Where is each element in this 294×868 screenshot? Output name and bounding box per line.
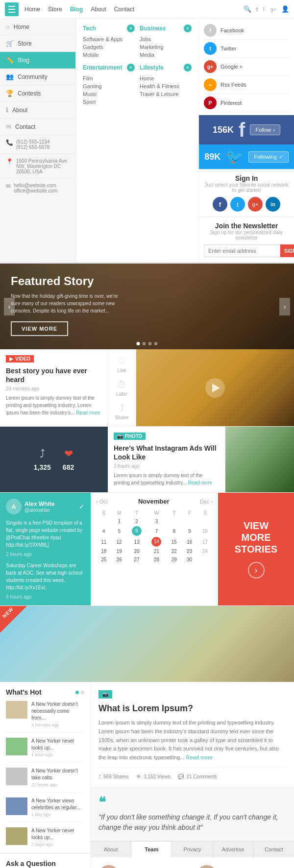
facebook-follow-box: 156K f Follow › <box>199 115 294 145</box>
slider-right-arrow[interactable]: › <box>279 298 290 315</box>
sidebar-item-contests[interactable]: 🏆 Contests <box>0 85 75 102</box>
signin-linkedin-button[interactable]: in <box>266 197 280 212</box>
calendar-header: ‹ Oct November Dec › <box>96 498 213 505</box>
search-icon[interactable]: 🔍 <box>244 5 251 13</box>
story-row-1: ▶ VIDEO Best story you have ever heard 2… <box>0 349 294 427</box>
view-more-stories-box[interactable]: VIEW MORE STORIES › <box>218 493 294 605</box>
dot-inactive[interactable] <box>81 691 84 694</box>
tab-advertise[interactable]: Advertise <box>213 842 254 857</box>
tech-expand-icon[interactable]: + <box>127 24 135 32</box>
sidebar-item-about[interactable]: ℹ About <box>0 102 75 119</box>
business-expand-icon[interactable]: + <box>184 24 192 32</box>
lorem-views: 👁 3,152 Views <box>136 774 170 779</box>
view-more-arrow-circle: › <box>248 562 265 579</box>
quote-section: ❝ "If you don't like something change it… <box>91 788 294 841</box>
sidebar-item-store[interactable]: 🛒 Store <box>0 35 75 52</box>
dropdown-item-health[interactable]: Health & Fitness <box>140 82 192 90</box>
rss-icon: ⌁ <box>204 78 217 91</box>
sidebar-item-blog[interactable]: ✏️ Blog <box>0 52 75 69</box>
calendar-day-6[interactable]: 6 <box>127 526 147 536</box>
lifestyle-expand-icon[interactable]: + <box>184 64 192 72</box>
slider-dot-1[interactable] <box>137 342 140 345</box>
story-time: 24 minutes ago <box>6 386 101 391</box>
nav-home[interactable]: Home <box>24 6 40 13</box>
dropdown-item-gaming[interactable]: Gaming <box>83 82 135 90</box>
sidebar-item-community[interactable]: 👥 Community <box>0 69 75 85</box>
signin-twitter-button[interactable]: t <box>230 197 245 212</box>
dot-active[interactable] <box>75 691 79 694</box>
nav-store[interactable]: Store <box>48 6 62 13</box>
entertainment-expand-icon[interactable]: + <box>127 64 135 72</box>
calendar-prev-button[interactable]: ‹ Oct <box>96 499 108 505</box>
calendar-month: November <box>138 498 170 505</box>
newsletter-signup-button[interactable]: SIGN UP <box>280 244 294 257</box>
googleplus-nav-icon[interactable]: g+ <box>270 6 276 12</box>
article-read-more[interactable]: Read more <box>188 480 212 485</box>
signin-googleplus-button[interactable]: g+ <box>248 197 263 212</box>
share-action[interactable]: ⤴ Share <box>115 403 128 420</box>
calendar: ‹ Oct November Dec › S M T W T F S 1 <box>91 493 218 605</box>
lorem-read-more[interactable]: Read more <box>186 754 213 760</box>
signin-facebook-button[interactable]: f <box>213 197 227 212</box>
tweet-time-1: 2 hours ago <box>6 552 85 557</box>
calendar-grid: S M T W T F S 1 2 3 <box>96 509 213 564</box>
nav-contact[interactable]: Contact <box>114 6 134 13</box>
facebook-follow-button[interactable]: Follow › <box>250 124 280 135</box>
like-action[interactable]: ♡ Like <box>117 355 126 373</box>
dropdown-item-film[interactable]: Film <box>83 74 135 82</box>
share-icon: ⤴ <box>120 403 124 414</box>
tab-team[interactable]: Team <box>131 842 172 857</box>
story-video-tag: ▶ VIDEO <box>6 355 34 362</box>
verified-icon: ✓ <box>79 503 85 510</box>
team-section: A Anne Hathaway Co-Founder Lorem ipsum i… <box>91 857 294 868</box>
slider-dot-2[interactable] <box>143 342 146 345</box>
calendar-next-button[interactable]: Dec › <box>200 499 213 505</box>
tweet-time-2: 6 hours ago <box>6 594 85 600</box>
calendar-today[interactable]: 14 <box>147 536 166 547</box>
dropdown-item-sport[interactable]: Sport <box>83 98 135 106</box>
dropdown-item-gadgets[interactable]: Gadgets <box>83 43 135 51</box>
dropdown-item-software[interactable]: Software & Apps <box>83 35 135 43</box>
dropdown-item-marketing[interactable]: Marketing <box>140 43 192 51</box>
googleplus-icon: g+ <box>204 60 217 73</box>
nav-about[interactable]: About <box>91 6 106 13</box>
sidebar-item-home[interactable]: ⌂ Home <box>0 19 75 35</box>
dropdown-item-home[interactable]: Home <box>140 74 192 82</box>
hamburger-menu[interactable] <box>5 2 19 16</box>
user-nav-icon[interactable]: 👤 <box>281 5 289 13</box>
video-tag-label: VIDEO <box>15 356 30 362</box>
sidebar-item-contact[interactable]: ✉ Contact <box>0 119 75 135</box>
nav-blog[interactable]: Blog <box>70 6 83 13</box>
dropdown-item-jobs[interactable]: Jobs <box>140 35 192 43</box>
later-action[interactable]: ⏱ Later <box>116 379 127 397</box>
twitter-follow-label: Following <box>254 154 276 160</box>
lorem-views-icon: 👁 <box>136 774 141 779</box>
tab-contact[interactable]: Contact <box>254 842 294 857</box>
dropdown-lifestyle-header: Lifestyle + <box>140 64 192 72</box>
twitter-follow-button[interactable]: Following ✓ <box>248 151 288 163</box>
sidebar-home-label: Home <box>14 24 29 30</box>
slider-dot-3[interactable] <box>148 342 152 345</box>
facebook-nav-icon[interactable]: f <box>256 6 258 12</box>
signin-subtitle: Just select your favorite social network… <box>204 182 289 193</box>
lorem-views-count: 3,152 Views <box>144 774 170 779</box>
team-grid: A Anne Hathaway Co-Founder Lorem ipsum i… <box>98 865 286 868</box>
featured-view-more-button[interactable]: VIEW MORE <box>11 321 68 336</box>
newsletter-email-input[interactable] <box>204 244 280 257</box>
slider-dot-4[interactable] <box>154 342 158 345</box>
facebook-follow-row: f Facebook <box>204 22 289 40</box>
dropdown-item-mobile[interactable]: Mobile <box>83 51 135 59</box>
story-read-more[interactable]: Read more <box>76 410 100 415</box>
tab-privacy[interactable]: Privacy <box>172 842 213 857</box>
dropdown-item-travel[interactable]: Travel & Leisure <box>140 90 192 98</box>
sidebar-email: ✉ hello@website.com office@website.com <box>0 179 75 197</box>
newsletter-form: SIGN UP <box>204 244 289 257</box>
video-play-overlay[interactable] <box>205 378 225 398</box>
slider-left-arrow[interactable]: ‹ <box>4 298 15 315</box>
sidebar-address: 📍 1500 Pennsylvania Ave NW, Washington D… <box>0 154 75 179</box>
tab-about[interactable]: About <box>91 842 131 857</box>
dropdown-item-media[interactable]: Media <box>140 51 192 59</box>
twitter-nav-icon[interactable]: 𝕥 <box>263 6 265 12</box>
facebook-icon: f <box>204 24 217 37</box>
dropdown-item-music[interactable]: Music <box>83 90 135 98</box>
